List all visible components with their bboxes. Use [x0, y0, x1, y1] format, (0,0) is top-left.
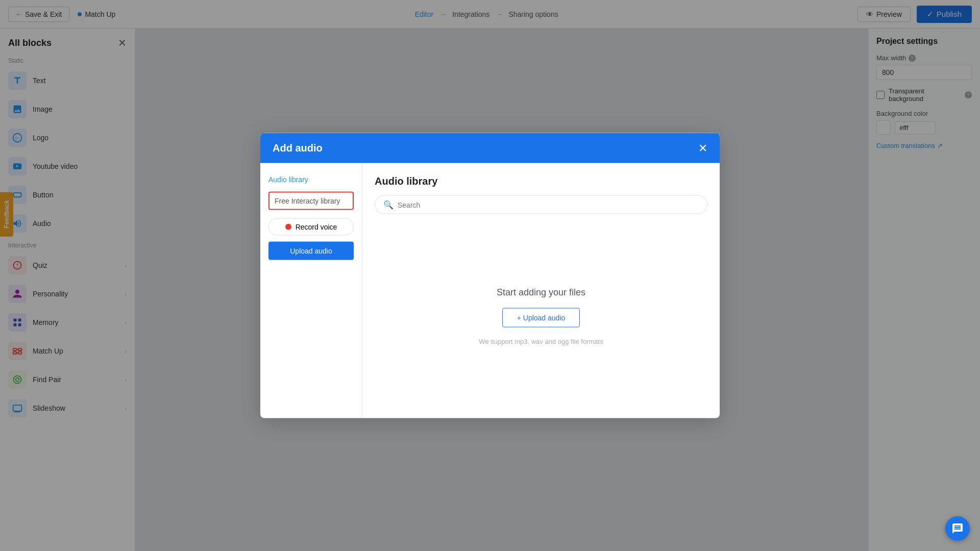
- chat-icon: [951, 522, 964, 535]
- record-label: Record voice: [296, 223, 337, 231]
- search-bar: 🔍: [375, 195, 707, 214]
- format-hint: We support mp3, wav and ogg file formats: [479, 338, 603, 345]
- upload-btn-label: + Upload audio: [517, 314, 566, 322]
- empty-title: Start adding your files: [497, 287, 585, 298]
- modal-section-title: Audio library: [375, 176, 707, 187]
- free-library-nav[interactable]: Free Interacty library: [268, 192, 354, 210]
- modal-right-content: Audio library 🔍 Start adding your files …: [362, 163, 720, 418]
- upload-audio-outline-button[interactable]: + Upload audio: [502, 308, 580, 328]
- search-input[interactable]: [398, 201, 699, 209]
- modal-left-nav: Audio library Free Interacty library Rec…: [260, 163, 362, 418]
- empty-state: Start adding your files + Upload audio W…: [375, 227, 707, 406]
- add-audio-modal: Add audio ✕ Audio library Free Interacty…: [260, 133, 720, 418]
- modal-header: Add audio ✕: [260, 133, 720, 163]
- upload-audio-label: Upload audio: [290, 247, 332, 255]
- record-voice-button[interactable]: Record voice: [268, 218, 354, 236]
- chat-button[interactable]: [945, 516, 970, 541]
- record-dot-icon: [285, 224, 291, 230]
- modal-title: Add audio: [273, 142, 323, 154]
- modal-close-button[interactable]: ✕: [698, 142, 707, 154]
- modal-body: Audio library Free Interacty library Rec…: [260, 163, 720, 418]
- audio-library-nav[interactable]: Audio library: [268, 173, 354, 186]
- search-icon: 🔍: [383, 200, 394, 210]
- upload-audio-button[interactable]: Upload audio: [268, 242, 354, 260]
